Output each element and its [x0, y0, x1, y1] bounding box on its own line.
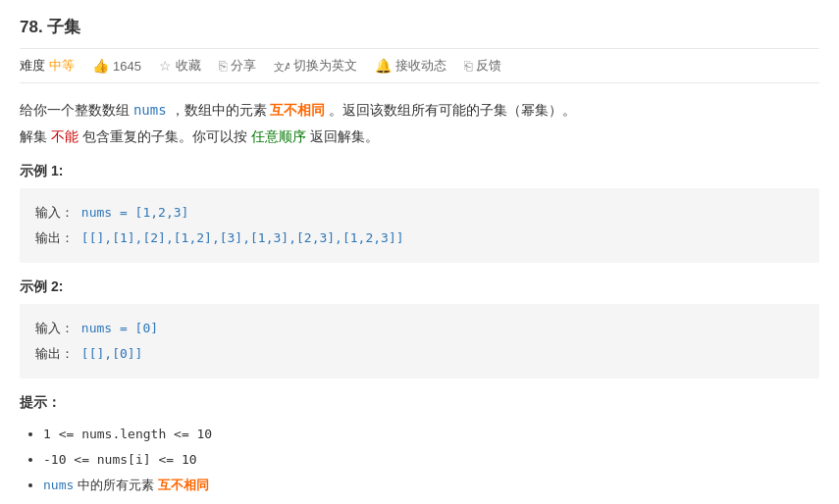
description: 给你一个整数数组 nums ，数组中的元素 互不相同 。返回该数组所有可能的子集… [20, 97, 819, 149]
example-1-title: 示例 1: [20, 163, 819, 180]
example-2-container: 示例 2: 输入： nums = [0] 输出： [[],[0]] [20, 278, 819, 378]
likes-item[interactable]: 👍 1645 [92, 58, 141, 74]
hints-section: 提示： 1 <= nums.length <= 10 -10 <= nums[i… [20, 394, 819, 498]
example-2-output: 输出： [[],[0]] [35, 341, 804, 367]
description-line1: 给你一个整数数组 nums ，数组中的元素 互不相同 。返回该数组所有可能的子集… [20, 97, 819, 124]
example-2-block: 输入： nums = [0] 输出： [[],[0]] [20, 304, 819, 378]
hint-item-3: nums 中的所有元素 互不相同 [43, 473, 819, 498]
example-1-input: 输入： nums = [1,2,3] [35, 200, 804, 226]
hint-list: 1 <= nums.length <= 10 -10 <= nums[i] <=… [20, 422, 819, 498]
translate-button[interactable]: 文A 切换为英文 [274, 57, 357, 75]
notify-icon: 🔔 [375, 58, 392, 74]
translate-icon: 文A [274, 58, 289, 74]
difficulty-label: 难度 [20, 57, 45, 75]
difficulty-value: 中等 [49, 57, 75, 75]
hint-item-1: 1 <= nums.length <= 10 [43, 422, 819, 447]
feedback-icon: ⎗ [464, 58, 472, 74]
example-2-title: 示例 2: [20, 278, 819, 296]
like-icon: 👍 [92, 58, 109, 74]
collect-label: 收藏 [176, 57, 201, 75]
feedback-label: 反馈 [476, 57, 501, 75]
example-1-output: 输出： [[],[1],[2],[1,2],[3],[1,3],[2,3],[1… [35, 226, 804, 251]
share-button[interactable]: ⎘ 分享 [219, 57, 256, 75]
likes-count: 1645 [113, 59, 141, 74]
translate-label: 切换为英文 [293, 57, 357, 75]
example-1-container: 示例 1: 输入： nums = [1,2,3] 输出： [[],[1],[2]… [20, 163, 819, 263]
share-icon: ⎘ [219, 58, 227, 74]
difficulty-item: 难度 中等 [20, 57, 75, 75]
hint-title: 提示： [20, 394, 819, 412]
example-1-block: 输入： nums = [1,2,3] 输出： [[],[1],[2],[1,2]… [20, 188, 819, 263]
hint-item-2: -10 <= nums[i] <= 10 [43, 447, 819, 473]
collect-icon: ☆ [159, 58, 172, 74]
description-line2: 解集 不能 包含重复的子集。你可以按 任意顺序 返回解集。 [20, 124, 819, 150]
toolbar: 难度 中等 👍 1645 ☆ 收藏 ⎘ 分享 文A 切换为英文 🔔 接收动态 ⎗… [20, 48, 819, 83]
notify-label: 接收动态 [395, 57, 446, 75]
notify-button[interactable]: 🔔 接收动态 [375, 57, 446, 75]
collect-button[interactable]: ☆ 收藏 [159, 57, 201, 75]
share-label: 分享 [231, 57, 256, 75]
feedback-button[interactable]: ⎗ 反馈 [464, 57, 501, 75]
problem-title: 78. 子集 [20, 16, 819, 38]
example-2-input: 输入： nums = [0] [35, 316, 804, 341]
svg-text:文A: 文A [274, 61, 289, 73]
